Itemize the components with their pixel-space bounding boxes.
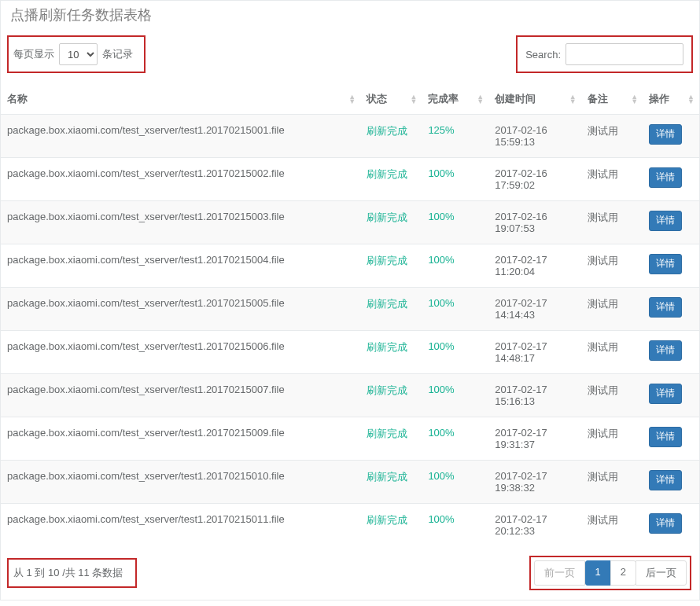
cell-note: 测试用 bbox=[581, 244, 643, 288]
col-header-note-label: 备注 bbox=[588, 93, 608, 105]
cell-action: 详情 bbox=[643, 158, 699, 201]
sort-icon: ▲▼ bbox=[410, 94, 417, 104]
cell-name: package.box.xiaomi.com/test_xserver/test… bbox=[1, 115, 360, 158]
pagination-next[interactable]: 后一页 bbox=[636, 560, 687, 586]
page-length-select[interactable]: 10 bbox=[59, 43, 98, 65]
cell-status: 刷新完成 bbox=[360, 288, 422, 331]
table-footer: 从 1 到 10 /共 11 条数据 前一页 12 后一页 bbox=[1, 546, 699, 600]
cell-action: 详情 bbox=[643, 374, 699, 417]
table-row: package.box.xiaomi.com/test_xserver/test… bbox=[1, 374, 699, 417]
cell-rate: 100% bbox=[422, 417, 488, 461]
cell-time: 2017-02-16 19:07:53 bbox=[488, 201, 581, 244]
col-header-name-label: 名称 bbox=[7, 93, 28, 105]
detail-button[interactable]: 详情 bbox=[649, 211, 682, 231]
cell-action: 详情 bbox=[643, 115, 699, 158]
pagination-prev[interactable]: 前一页 bbox=[534, 560, 585, 586]
cell-status: 刷新完成 bbox=[360, 158, 422, 201]
table-row: package.box.xiaomi.com/test_xserver/test… bbox=[1, 115, 699, 158]
sort-icon: ▲▼ bbox=[348, 94, 356, 104]
cell-status: 刷新完成 bbox=[360, 504, 422, 547]
length-suffix-label: 条记录 bbox=[102, 47, 133, 61]
pagination: 前一页 12 后一页 bbox=[529, 556, 691, 590]
cell-note: 测试用 bbox=[581, 504, 643, 547]
sort-icon: ▲▼ bbox=[477, 94, 484, 104]
cell-status: 刷新完成 bbox=[360, 331, 422, 374]
cell-action: 详情 bbox=[643, 288, 699, 331]
search-input[interactable] bbox=[566, 43, 683, 65]
cell-note: 测试用 bbox=[581, 288, 643, 331]
cell-rate: 100% bbox=[422, 158, 488, 201]
cell-status: 刷新完成 bbox=[360, 374, 422, 417]
cell-time: 2017-02-16 17:59:02 bbox=[488, 158, 581, 201]
detail-button[interactable]: 详情 bbox=[649, 470, 682, 490]
col-header-name[interactable]: 名称 ▲▼ bbox=[1, 84, 360, 115]
col-header-rate[interactable]: 完成率 ▲▼ bbox=[422, 84, 488, 115]
cell-rate: 100% bbox=[422, 288, 488, 331]
sort-icon: ▲▼ bbox=[687, 94, 694, 104]
cell-name: package.box.xiaomi.com/test_xserver/test… bbox=[1, 374, 360, 417]
col-header-note[interactable]: 备注 ▲▼ bbox=[581, 84, 643, 115]
cell-time: 2017-02-17 15:16:13 bbox=[488, 374, 581, 417]
cell-rate: 100% bbox=[422, 201, 488, 244]
cell-action: 详情 bbox=[643, 417, 699, 461]
col-header-time[interactable]: 创建时间 ▲▼ bbox=[488, 84, 581, 115]
cell-name: package.box.xiaomi.com/test_xserver/test… bbox=[1, 461, 360, 504]
col-header-action-label: 操作 bbox=[649, 93, 669, 105]
cell-note: 测试用 bbox=[581, 201, 643, 244]
header-row: 名称 ▲▼ 状态 ▲▼ 完成率 ▲▼ 创建时间 ▲▼ 备注 ▲▼ bbox=[1, 84, 699, 115]
records-info: 从 1 到 10 /共 11 条数据 bbox=[7, 558, 137, 588]
cell-note: 测试用 bbox=[581, 374, 643, 417]
cell-rate: 100% bbox=[422, 244, 488, 288]
cell-rate: 100% bbox=[422, 374, 488, 417]
col-header-time-label: 创建时间 bbox=[495, 93, 536, 105]
data-table-panel: 点播刷新任务数据表格 每页显示 10 条记录 Search: 名称 ▲▼ 状态 … bbox=[0, 0, 700, 600]
col-header-action[interactable]: 操作 ▲▼ bbox=[643, 84, 699, 115]
table-row: package.box.xiaomi.com/test_xserver/test… bbox=[1, 417, 699, 461]
cell-note: 测试用 bbox=[581, 158, 643, 201]
pagination-page[interactable]: 1 bbox=[585, 560, 611, 586]
cell-status: 刷新完成 bbox=[360, 417, 422, 461]
cell-time: 2017-02-17 14:48:17 bbox=[488, 331, 581, 374]
sort-icon: ▲▼ bbox=[569, 94, 577, 104]
cell-action: 详情 bbox=[643, 461, 699, 504]
page-length-control: 每页显示 10 条记录 bbox=[7, 35, 146, 73]
cell-time: 2017-02-17 19:31:37 bbox=[488, 417, 581, 461]
cell-time: 2017-02-17 20:12:33 bbox=[488, 504, 581, 547]
cell-name: package.box.xiaomi.com/test_xserver/test… bbox=[1, 244, 360, 288]
cell-rate: 100% bbox=[422, 504, 488, 547]
cell-note: 测试用 bbox=[581, 115, 643, 158]
table-row: package.box.xiaomi.com/test_xserver/test… bbox=[1, 158, 699, 201]
detail-button[interactable]: 详情 bbox=[649, 254, 682, 274]
col-header-rate-label: 完成率 bbox=[428, 93, 459, 105]
table-controls: 每页显示 10 条记录 Search: bbox=[1, 31, 699, 84]
col-header-status-label: 状态 bbox=[367, 93, 387, 105]
page-title: 点播刷新任务数据表格 bbox=[1, 1, 699, 31]
cell-status: 刷新完成 bbox=[360, 461, 422, 504]
cell-name: package.box.xiaomi.com/test_xserver/test… bbox=[1, 331, 360, 374]
col-header-status[interactable]: 状态 ▲▼ bbox=[360, 84, 422, 115]
cell-status: 刷新完成 bbox=[360, 201, 422, 244]
search-control: Search: bbox=[516, 35, 693, 73]
detail-button[interactable]: 详情 bbox=[649, 340, 682, 361]
detail-button[interactable]: 详情 bbox=[649, 297, 682, 318]
sort-icon: ▲▼ bbox=[631, 94, 638, 104]
cell-status: 刷新完成 bbox=[360, 115, 422, 158]
cell-status: 刷新完成 bbox=[360, 244, 422, 288]
detail-button[interactable]: 详情 bbox=[649, 513, 682, 534]
length-prefix-label: 每页显示 bbox=[13, 47, 54, 61]
detail-button[interactable]: 详情 bbox=[649, 167, 682, 188]
detail-button[interactable]: 详情 bbox=[649, 427, 682, 447]
cell-name: package.box.xiaomi.com/test_xserver/test… bbox=[1, 288, 360, 331]
cell-rate: 100% bbox=[422, 331, 488, 374]
cell-time: 2017-02-17 19:38:32 bbox=[488, 461, 581, 504]
detail-button[interactable]: 详情 bbox=[649, 384, 682, 404]
search-label: Search: bbox=[525, 49, 561, 61]
pagination-page[interactable]: 2 bbox=[610, 560, 636, 586]
cell-action: 详情 bbox=[643, 201, 699, 244]
cell-name: package.box.xiaomi.com/test_xserver/test… bbox=[1, 417, 360, 461]
cell-name: package.box.xiaomi.com/test_xserver/test… bbox=[1, 504, 360, 547]
cell-note: 测试用 bbox=[581, 417, 643, 461]
detail-button[interactable]: 详情 bbox=[649, 124, 682, 145]
cell-note: 测试用 bbox=[581, 331, 643, 374]
table-row: package.box.xiaomi.com/test_xserver/test… bbox=[1, 331, 699, 374]
